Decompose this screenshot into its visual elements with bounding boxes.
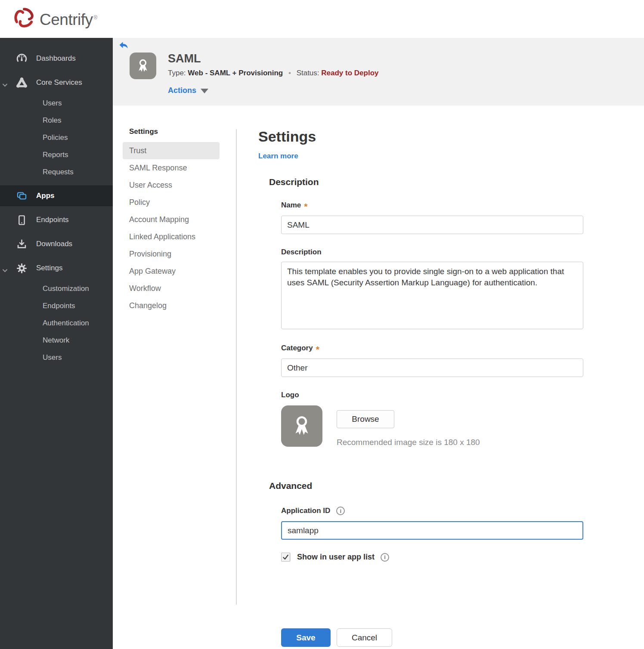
logo-label: Logo [281,391,629,399]
back-arrow-icon[interactable] [119,41,128,50]
subnav-item-provisioning[interactable]: Provisioning [123,245,220,263]
show-in-user-app-list-row: Show in user app list i [281,553,629,562]
sidebar-sub-label: Network [43,336,69,345]
chevron-down-icon [3,266,7,275]
category-label: Category* [281,343,629,353]
sidebar-sub-label: Reports [43,151,68,159]
ribbon-icon [288,412,316,440]
sidebar-item-label: Endpoints [36,216,69,224]
settings-subnav: Settings Trust SAML Response User Access… [123,127,226,314]
brand-logo: Centrify® [13,6,97,32]
sidebar-item-label: Core Services [36,78,82,87]
status-label: Status: [297,69,319,77]
sidebar-sub-label: Policies [43,133,68,142]
required-asterisk: * [316,344,319,355]
logo-preview [281,405,322,447]
subnav-item-trust[interactable]: Trust [123,142,220,159]
subnav-item-linked-applications[interactable]: Linked Applications [123,228,220,245]
sidebar-item-settings-users[interactable]: Users [0,349,113,366]
settings-form: Settings Learn more Description Name* De… [258,128,629,647]
subnav-item-user-access[interactable]: User Access [123,176,220,194]
tablet-icon [15,214,28,226]
sidebar-item-users[interactable]: Users [0,95,113,112]
description-textarea[interactable]: This template enables you to provide sin… [281,262,583,329]
app-logo-tile [130,53,156,79]
browse-button[interactable]: Browse [337,410,394,428]
sidebar-sub-label: Authentication [43,319,89,328]
vertical-divider [236,129,237,605]
sidebar-item-apps[interactable]: Apps [0,185,113,206]
sidebar: Dashboards Core Services Users Roles Pol… [0,38,113,649]
subnav-item-account-mapping[interactable]: Account Mapping [123,211,220,228]
subnav-item-workflow[interactable]: Workflow [123,280,220,297]
chevron-down-icon [3,80,7,89]
description-section-heading: Description [269,177,629,187]
subnav-item-changelog[interactable]: Changelog [123,297,220,314]
name-label: Name* [281,200,629,210]
actions-dropdown[interactable]: Actions [168,86,208,95]
description-label: Description [281,248,629,257]
sidebar-item-roles[interactable]: Roles [0,112,113,129]
name-input[interactable] [281,216,583,234]
centrify-spiral-icon [13,6,35,31]
page-title: Settings [258,128,629,145]
subnav-item-policy[interactable]: Policy [123,194,220,211]
sidebar-item-label: Settings [36,264,62,272]
subnav-header: Settings [123,127,226,136]
sidebar-item-label: Dashboards [36,54,76,63]
show-in-user-app-list-checkbox[interactable] [281,553,290,562]
check-icon [282,554,289,560]
actions-label: Actions [168,86,196,95]
subnav-item-saml-response[interactable]: SAML Response [123,159,220,176]
category-input[interactable] [281,358,583,377]
application-id-input[interactable] [281,521,583,540]
sidebar-item-customization[interactable]: Customization [0,280,113,297]
meta-separator: • [288,69,291,77]
sidebar-item-settings-endpoints[interactable]: Endpoints [0,297,113,315]
checkbox-label: Show in user app list [297,553,375,562]
sidebar-sub-label: Endpoints [43,302,75,310]
registered-mark: ® [93,15,97,21]
sidebar-sub-label: Requests [43,168,74,176]
sidebar-sub-label: Users [43,99,62,108]
status-value: Ready to Deploy [321,69,378,77]
main-content: Settings Trust SAML Response User Access… [113,105,644,649]
application-id-label: Application ID i [281,507,629,515]
sidebar-item-settings[interactable]: Settings [0,256,113,280]
type-value: Web - SAML + Provisioning [188,69,283,77]
required-asterisk: * [304,201,307,212]
sidebar-item-authentication[interactable]: Authentication [0,315,113,332]
app-meta: Type: Web - SAML + Provisioning • Status… [168,69,378,77]
brand-name: Centrify® [40,6,97,32]
download-icon [15,238,28,250]
top-bar: Centrify® [0,0,644,38]
cancel-button[interactable]: Cancel [337,628,392,647]
info-icon[interactable]: i [336,507,345,515]
sidebar-item-core-services[interactable]: Core Services [0,71,113,95]
subnav-item-app-gateway[interactable]: App Gateway [123,263,220,280]
info-icon[interactable]: i [381,553,389,562]
sidebar-item-dashboards[interactable]: Dashboards [0,46,113,71]
advanced-section-heading: Advanced [269,481,629,491]
app-title: SAML [168,52,201,65]
gauge-icon [15,53,28,65]
learn-more-link[interactable]: Learn more [258,152,298,161]
logo-size-hint: Recommended image size is 180 x 180 [337,438,480,447]
gear-icon [15,262,28,274]
ribbon-icon [133,56,152,75]
save-button[interactable]: Save [281,628,331,647]
sidebar-item-policies[interactable]: Policies [0,129,113,146]
sidebar-sub-label: Customization [43,284,89,293]
type-label: Type: [168,69,186,77]
apps-icon [15,190,28,202]
sidebar-item-downloads[interactable]: Downloads [0,232,113,256]
sidebar-sub-label: Users [43,353,62,362]
sidebar-item-label: Apps [36,192,55,200]
dropdown-triangle-icon [201,89,208,93]
sidebar-item-reports[interactable]: Reports [0,146,113,164]
sidebar-sub-label: Roles [43,116,61,125]
sidebar-item-network[interactable]: Network [0,332,113,349]
sidebar-item-endpoints[interactable]: Endpoints [0,208,113,232]
sidebar-item-label: Downloads [36,240,72,248]
sidebar-item-requests[interactable]: Requests [0,164,113,181]
